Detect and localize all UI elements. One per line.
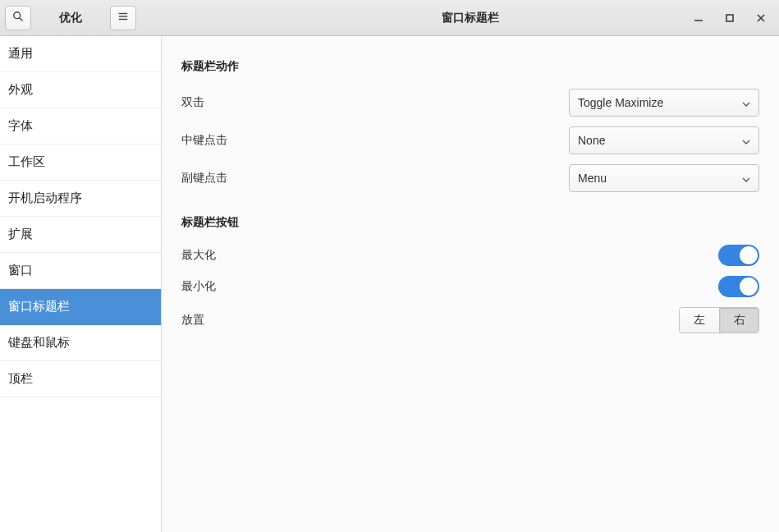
sidebar-item-8[interactable]: 键盘和鼠标 xyxy=(0,325,161,361)
label-middle-click: 中键点击 xyxy=(181,133,227,148)
section-title-actions: 标题栏动作 xyxy=(181,59,759,74)
sidebar-item-5[interactable]: 扩展 xyxy=(0,217,161,253)
combo-middle-click[interactable]: None xyxy=(569,126,759,154)
search-button[interactable] xyxy=(5,6,31,30)
headerbar-left: 优化 xyxy=(0,6,136,30)
placement-right-button[interactable]: 右 xyxy=(719,308,758,332)
combo-value: Toggle Maximize xyxy=(578,96,663,109)
row-secondary-click: 副键点击 Menu xyxy=(181,159,759,197)
sidebar-item-9[interactable]: 顶栏 xyxy=(0,361,161,397)
close-icon xyxy=(757,11,765,25)
chevron-down-icon xyxy=(742,134,750,147)
maximize-window-button[interactable] xyxy=(723,11,736,25)
sidebar-item-3[interactable]: 工作区 xyxy=(0,144,161,181)
chevron-down-icon xyxy=(742,172,750,185)
sidebar-item-2[interactable]: 字体 xyxy=(0,108,161,144)
sidebar-item-1[interactable]: 外观 xyxy=(0,72,161,108)
sidebar-item-4[interactable]: 开机启动程序 xyxy=(0,181,161,217)
row-double-click: 双击 Toggle Maximize xyxy=(181,84,759,122)
section-title-buttons: 标题栏按钮 xyxy=(181,215,759,230)
segmented-placement: 左 右 xyxy=(679,307,759,333)
row-maximize: 最大化 xyxy=(181,240,759,271)
maximize-icon xyxy=(726,11,734,25)
headerbar: 优化 窗口标题栏 xyxy=(0,0,779,36)
label-placement: 放置 xyxy=(181,313,204,328)
main: 通用外观字体工作区开机启动程序扩展窗口窗口标题栏键盘和鼠标顶栏 标题栏动作 双击… xyxy=(0,36,779,532)
minimize-icon xyxy=(694,11,703,25)
svg-line-1 xyxy=(20,18,23,21)
close-window-button[interactable] xyxy=(754,11,768,25)
switch-minimize[interactable] xyxy=(718,276,759,297)
svg-rect-6 xyxy=(726,15,733,21)
placement-left-button[interactable]: 左 xyxy=(680,308,719,332)
chevron-down-icon xyxy=(742,96,750,109)
combo-secondary-click[interactable]: Menu xyxy=(569,164,759,192)
app-title: 优化 xyxy=(59,11,82,25)
label-maximize: 最大化 xyxy=(181,248,216,263)
minimize-window-button[interactable] xyxy=(692,11,705,25)
combo-value: None xyxy=(578,134,605,147)
switch-knob xyxy=(740,277,758,296)
row-middle-click: 中键点击 None xyxy=(181,122,759,159)
label-minimize: 最小化 xyxy=(181,279,216,294)
combo-double-click[interactable]: Toggle Maximize xyxy=(569,89,759,117)
menu-button[interactable] xyxy=(110,6,136,30)
content: 标题栏动作 双击 Toggle Maximize 中键点击 None 副键点击 … xyxy=(162,36,779,532)
row-placement: 放置 左 右 xyxy=(181,302,759,338)
row-minimize: 最小化 xyxy=(181,271,759,302)
sidebar: 通用外观字体工作区开机启动程序扩展窗口窗口标题栏键盘和鼠标顶栏 xyxy=(0,36,162,532)
sidebar-item-6[interactable]: 窗口 xyxy=(0,253,161,289)
label-secondary-click: 副键点击 xyxy=(181,171,227,186)
sidebar-item-7[interactable]: 窗口标题栏 xyxy=(0,289,161,325)
label-double-click: 双击 xyxy=(181,95,204,110)
search-icon xyxy=(12,11,24,25)
hamburger-icon xyxy=(117,11,129,25)
sidebar-item-0[interactable]: 通用 xyxy=(0,36,161,72)
switch-maximize[interactable] xyxy=(718,245,759,266)
page-title: 窗口标题栏 xyxy=(162,11,779,25)
switch-knob xyxy=(740,246,758,264)
combo-value: Menu xyxy=(578,172,607,185)
window-controls xyxy=(692,11,779,25)
